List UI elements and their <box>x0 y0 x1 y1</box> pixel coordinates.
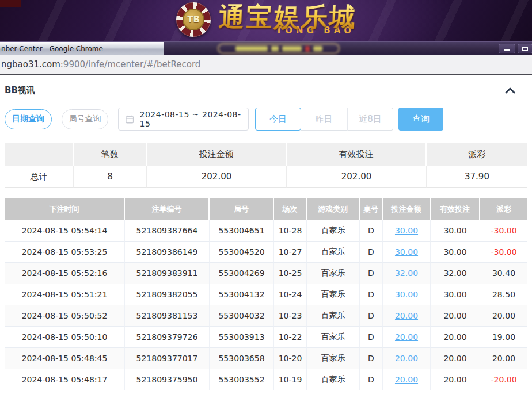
bet-id-cell: 521809387664 <box>125 220 210 242</box>
header-payout: 派彩 <box>480 198 527 220</box>
bet-time-cell: 2024-08-15 05:48:45 <box>5 348 125 369</box>
round-id-cell: 553004269 <box>210 263 274 284</box>
url-domain: ngbao31.com <box>1 59 60 70</box>
game-type-cell: 百家乐 <box>307 263 360 284</box>
valid-bet-cell: 32.00 <box>431 263 480 284</box>
bet-time-cell: 2024-08-15 05:51:21 <box>5 284 125 305</box>
minimize-button[interactable] <box>499 44 515 53</box>
total-valid-bet: 202.00 <box>287 166 427 188</box>
table-no-cell: D <box>360 369 383 390</box>
bet-amount-link[interactable]: 32.00 <box>383 263 431 284</box>
summary-total-row: 总计 8 202.00 202.00 37.90 <box>5 166 527 188</box>
payout-cell: -20.00 <box>480 369 527 390</box>
game-type-cell: 百家乐 <box>307 348 360 369</box>
valid-bet-cell: 20.00 <box>431 369 480 390</box>
window-title-tab: nber Center - Google Chrome <box>0 42 164 55</box>
header-game-type: 游戏类别 <box>307 198 360 220</box>
panel-header: BB视讯 <box>5 85 527 96</box>
bet-row: 2024-08-15 05:50:10521809379726553003913… <box>5 327 527 348</box>
bet-row: 2024-08-15 05:53:25521809386149553004520… <box>5 242 527 263</box>
bet-amount-link[interactable]: 30.00 <box>383 220 431 242</box>
bet-row: 2024-08-15 05:54:14521809387664553004651… <box>5 220 527 242</box>
total-label: 总计 <box>5 166 74 188</box>
header-session: 场次 <box>274 198 307 220</box>
payout-cell: -30.00 <box>480 220 527 242</box>
round-id-cell: 553004032 <box>210 305 274 327</box>
round-id-cell: 553003913 <box>210 327 274 348</box>
blurred-balance <box>218 43 340 54</box>
session-cell: 10-25 <box>274 263 307 284</box>
header-bet-amount: 投注金额 <box>383 198 431 220</box>
calendar-icon <box>126 115 134 124</box>
blurred-text-blob <box>282 46 302 51</box>
poker-chip-icon: TB <box>176 2 211 37</box>
bet-amount-link[interactable]: 30.00 <box>383 242 431 263</box>
bet-time-cell: 2024-08-15 05:54:14 <box>5 220 125 242</box>
background-window-strip <box>0 0 21 7</box>
today-button[interactable]: 今日 <box>255 108 301 131</box>
bet-row: 2024-08-15 05:48:17521809375950553003552… <box>5 369 527 390</box>
maximize-icon <box>522 47 528 51</box>
payout-cell: 20.00 <box>480 305 527 327</box>
valid-bet-cell: 20.00 <box>431 348 480 369</box>
bet-table-header-row: 下注时间 注单编号 局号 场次 游戏类别 桌号 投注金额 有效投注 派彩 <box>5 198 527 220</box>
minimize-icon <box>504 49 510 51</box>
table-no-cell: D <box>360 305 383 327</box>
header-round-id: 局号 <box>210 198 274 220</box>
valid-bet-cell: 20.00 <box>431 305 480 327</box>
header-bet-time: 下注时间 <box>5 198 125 220</box>
casino-logo: TB 通宝娱乐城 TONG BAO <box>176 2 357 37</box>
total-count: 8 <box>74 166 147 188</box>
bet-id-cell: 521809377017 <box>125 348 210 369</box>
brand-block: 通宝娱乐城 TONG BAO <box>219 2 357 36</box>
game-type-cell: 百家乐 <box>307 242 360 263</box>
session-cell: 10-22 <box>274 327 307 348</box>
chevron-up-icon <box>504 86 516 94</box>
search-button[interactable]: 查询 <box>398 108 443 131</box>
table-no-cell: D <box>360 263 383 284</box>
last-8-days-button[interactable]: 近8日 <box>347 108 393 131</box>
bet-amount-link[interactable]: 30.00 <box>383 284 431 305</box>
payout-cell: 19.00 <box>480 327 527 348</box>
session-cell: 10-19 <box>274 369 307 390</box>
bet-amount-link[interactable]: 20.00 <box>383 327 431 348</box>
bet-row: 2024-08-15 05:50:52521809381153553004032… <box>5 305 527 327</box>
header-table-no: 桌号 <box>360 198 383 220</box>
header-valid-bet: 有效投注 <box>431 198 480 220</box>
bet-time-cell: 2024-08-15 05:48:17 <box>5 369 125 390</box>
url-bar[interactable]: ngbao31.com:9900/infe/mcenter/#/betRecor… <box>0 55 532 75</box>
session-cell: 10-24 <box>274 284 307 305</box>
round-query-tab[interactable]: 局号查询 <box>62 109 108 129</box>
table-no-cell: D <box>360 327 383 348</box>
round-id-cell: 553003552 <box>210 369 274 390</box>
brand-name: 通宝娱乐城 <box>218 2 358 32</box>
valid-bet-cell: 30.00 <box>431 220 480 242</box>
payout-cell: -30.00 <box>480 242 527 263</box>
maximize-button[interactable] <box>518 44 532 53</box>
blurred-text-blob <box>305 46 310 52</box>
summary-header-payout: 派彩 <box>427 143 527 166</box>
session-cell: 10-23 <box>274 305 307 327</box>
game-type-cell: 百家乐 <box>307 305 360 327</box>
bet-row: 2024-08-15 05:52:16521809383911553004269… <box>5 263 527 284</box>
payout-cell: 20.00 <box>480 348 527 369</box>
bet-record-page: BB视讯 日期查询 局号查询 2024-08-15 ~ 2024-08-15 <box>0 75 532 402</box>
bet-amount-link[interactable]: 20.00 <box>383 369 431 390</box>
screen: TB 通宝娱乐城 TONG BAO nber Center - Google C… <box>0 0 532 402</box>
url-path: :9900/infe/mcenter/#/betRecord <box>60 59 201 70</box>
bet-id-cell: 521809381153 <box>125 305 210 327</box>
summary-header-blank <box>5 143 74 166</box>
bet-row: 2024-08-15 05:51:21521809382055553004132… <box>5 284 527 305</box>
date-range-input[interactable]: 2024-08-15 ~ 2024-08-15 <box>118 108 249 131</box>
bet-table-body: 2024-08-15 05:54:14521809387664553004651… <box>5 220 527 390</box>
casino-banner: TB 通宝娱乐城 TONG BAO <box>0 0 532 41</box>
panel-collapse-button[interactable] <box>501 85 519 95</box>
bet-amount-link[interactable]: 20.00 <box>383 305 431 327</box>
date-query-tab[interactable]: 日期查询 <box>5 109 52 129</box>
bet-amount-link[interactable]: 20.00 <box>383 348 431 369</box>
blurred-text-blob <box>313 46 322 51</box>
yesterday-button[interactable]: 昨日 <box>301 108 347 131</box>
session-cell: 10-20 <box>274 348 307 369</box>
bet-record-table: 下注时间 注单编号 局号 场次 游戏类别 桌号 投注金额 有效投注 派彩 202… <box>5 198 527 390</box>
valid-bet-cell: 30.00 <box>431 242 480 263</box>
